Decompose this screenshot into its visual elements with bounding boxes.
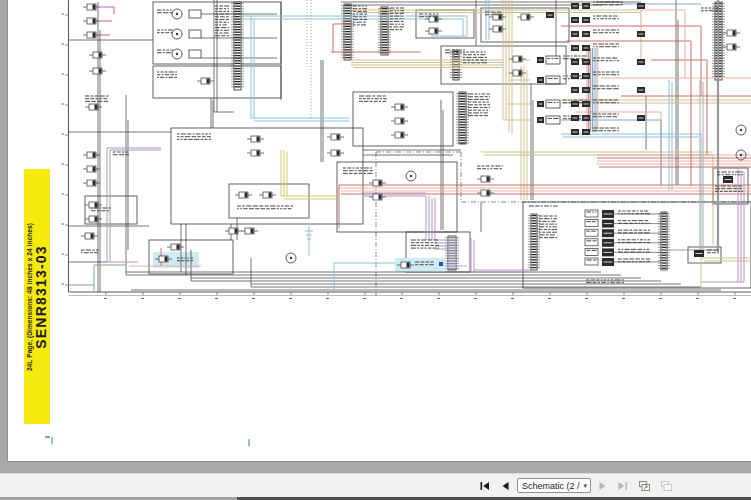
page-side-label-text: 24L Page, (Dimensions: 48 inches x 24 in…: [24, 169, 50, 424]
first-page-icon: [479, 481, 491, 491]
page-select-dropdown[interactable]: Schematic (2 / 2) ▾: [517, 478, 591, 493]
document-page: 24L Page, (Dimensions: 48 inches x 24 in…: [7, 0, 751, 462]
document-number-label: SENR8313-03: [34, 245, 48, 348]
last-page-button[interactable]: [615, 480, 631, 492]
page-side-label: 24L Page, (Dimensions: 48 inches x 24 in…: [24, 169, 50, 424]
previous-page-icon: [500, 481, 510, 491]
next-view-icon: [660, 480, 673, 492]
text-caret-mark: [51, 437, 53, 444]
first-page-button[interactable]: [477, 480, 493, 492]
document-viewport[interactable]: 24L Page, (Dimensions: 48 inches x 24 in…: [0, 0, 751, 473]
page-navigation-toolbar: Schematic (2 / 2) ▾: [0, 473, 751, 497]
page-artifact-mark: [45, 436, 50, 438]
chevron-down-icon: ▾: [583, 482, 587, 490]
pdf-viewer-window: 24L Page, (Dimensions: 48 inches x 24 in…: [0, 0, 751, 500]
text-caret-mark: [248, 439, 250, 446]
previous-view-button[interactable]: [636, 479, 653, 493]
last-page-icon: [617, 481, 629, 491]
next-page-icon: [598, 481, 608, 491]
next-view-button[interactable]: [658, 479, 675, 493]
next-page-button[interactable]: [596, 480, 610, 492]
page-select-value: Schematic (2 / 2): [522, 481, 582, 491]
schematic-drawing: [8, 0, 751, 462]
previous-view-icon: [638, 480, 651, 492]
previous-page-button[interactable]: [498, 480, 512, 492]
